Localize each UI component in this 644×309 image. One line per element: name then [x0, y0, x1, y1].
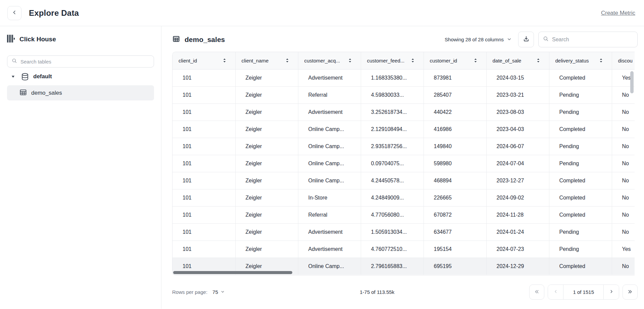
table-toolbar: Showing 28 of 28 columns — [443, 32, 638, 47]
table-cell: 195154 — [424, 240, 486, 258]
rows-per-page-label: Rows per page: — [172, 289, 207, 295]
tree-item-database[interactable]: default — [7, 72, 154, 81]
rows-per-page-value: 75 — [212, 289, 218, 295]
table-cell: 2023-12-27 — [486, 172, 549, 189]
table-grid-icon — [19, 88, 27, 98]
page-title: Explore Data — [29, 8, 79, 18]
column-header[interactable]: customer_id — [424, 52, 486, 69]
last-page-button[interactable] — [623, 284, 638, 300]
columns-summary: Showing 28 of 28 columns — [445, 37, 504, 42]
sort-icon[interactable] — [599, 58, 603, 63]
table-cell: 101 — [172, 69, 235, 86]
table-search-input[interactable] — [20, 59, 150, 64]
table-cell: Zeigler — [235, 223, 298, 240]
table-cell: 670872 — [424, 206, 486, 223]
data-table: client_id client_name customer_acq... cu… — [172, 52, 635, 275]
table-footer: Rows per page: 75 1-75 of 113.55k — [172, 275, 638, 309]
table-cell: 4.77056080... — [361, 206, 424, 223]
table-cell: Advertisement — [298, 69, 361, 86]
table-cell: Pending — [549, 103, 612, 121]
column-header[interactable]: discou — [612, 52, 635, 69]
columns-dropdown[interactable]: Showing 28 of 28 columns — [443, 37, 514, 43]
table-search — [7, 55, 154, 68]
create-metric-link[interactable]: Create Metric — [601, 10, 635, 16]
table-cell: 101 — [172, 121, 235, 138]
table-cell: Online Camp... — [298, 172, 361, 189]
table-cell: 2023-08-03 — [486, 103, 549, 121]
column-header[interactable]: client_name — [235, 52, 298, 69]
sort-icon[interactable] — [474, 58, 478, 63]
data-search-input[interactable] — [552, 37, 633, 43]
chevron-right-icon — [609, 289, 614, 295]
table-cell: 101 — [172, 138, 235, 155]
table-cell: 2024-12-29 — [486, 258, 549, 275]
rows-per-page-select[interactable]: 75 — [212, 289, 225, 295]
table-cell: 4.24849009... — [361, 189, 424, 206]
sort-icon[interactable] — [222, 58, 227, 63]
page-controls: 1 of 1515 — [548, 284, 619, 300]
table-cell: Zeigler — [235, 121, 298, 138]
table-cell: 4.24450578... — [361, 172, 424, 189]
table-cell: No — [612, 172, 635, 189]
table-cell: 2024-01-24 — [486, 223, 549, 240]
table-row[interactable]: 101ZeiglerOnline Camp...0.09704075...598… — [172, 155, 635, 172]
sort-icon[interactable] — [348, 58, 352, 63]
back-button[interactable] — [7, 6, 21, 20]
table-cell: Advertisement — [298, 103, 361, 121]
table-row[interactable]: 101ZeiglerAdvertisement3.252618734...440… — [172, 103, 635, 121]
sort-icon[interactable] — [411, 58, 415, 63]
column-header[interactable]: customer_acq... — [298, 52, 361, 69]
table-cell: Yes — [612, 240, 635, 258]
table-row[interactable]: 101ZeiglerReferral4.59830033...285407202… — [172, 86, 635, 103]
vertical-scrollbar-thumb[interactable] — [630, 71, 634, 93]
table-row[interactable]: 101ZeiglerAdvertisement4.760772510...195… — [172, 240, 635, 258]
table-cell: 0.09704075... — [361, 155, 424, 172]
sidebar-table-label: demo_sales — [31, 90, 62, 96]
table-cell: Completed — [549, 206, 612, 223]
table-row[interactable]: 101ZeiglerReferral4.77056080...670872202… — [172, 206, 635, 223]
table-row[interactable]: 101ZeiglerAdvertisement1.168335380...873… — [172, 69, 635, 86]
table-row[interactable]: 101ZeiglerIn-Store4.24849009...226665202… — [172, 189, 635, 206]
sort-icon[interactable] — [285, 58, 289, 63]
column-header[interactable]: customer_feed... — [361, 52, 424, 69]
table-title: demo_sales — [185, 36, 225, 44]
table-cell: Completed — [549, 121, 612, 138]
download-button[interactable] — [518, 32, 534, 47]
table-cell: 873981 — [424, 69, 486, 86]
first-page-button[interactable] — [529, 284, 544, 300]
chevron-left-icon — [11, 9, 17, 16]
table-row[interactable]: 101ZeiglerOnline Camp...2.935187256...14… — [172, 138, 635, 155]
table-cell: Zeigler — [235, 86, 298, 103]
results-table: client_id client_name customer_acq... cu… — [172, 52, 635, 275]
table-cell: 2024-11-28 — [486, 206, 549, 223]
table-cell: 2024-07-04 — [486, 155, 549, 172]
table-cell: 101 — [172, 240, 235, 258]
column-header[interactable]: delivery_status — [549, 52, 612, 69]
table-cell: 2023-04-03 — [486, 121, 549, 138]
double-chevron-left-icon — [534, 289, 540, 296]
table-cell: 2.796165883... — [361, 258, 424, 275]
table-cell: No — [612, 223, 635, 240]
table-cell: Referral — [298, 86, 361, 103]
sort-icon[interactable] — [536, 58, 540, 63]
rows-per-page: Rows per page: 75 — [172, 289, 225, 295]
chevron-down-icon — [507, 37, 512, 43]
caret-down-icon[interactable] — [11, 75, 15, 79]
horizontal-scrollbar-thumb[interactable] — [173, 271, 292, 274]
column-header[interactable]: client_id — [172, 52, 235, 69]
sidebar-item-demo-sales[interactable]: demo_sales — [7, 85, 154, 100]
table-row[interactable]: 101ZeiglerOnline Camp...4.24450578...468… — [172, 172, 635, 189]
column-header[interactable]: date_of_sale — [486, 52, 549, 69]
table-row[interactable]: 101ZeiglerOnline Camp...2.129108494...41… — [172, 121, 635, 138]
table-cell: 695195 — [424, 258, 486, 275]
table-cell: In-Store — [298, 189, 361, 206]
search-icon — [543, 36, 549, 43]
table-cell: 101 — [172, 103, 235, 121]
table-cell: Referral — [298, 206, 361, 223]
table-cell: 1.168335380... — [361, 69, 424, 86]
next-page-button[interactable] — [604, 285, 619, 299]
table-body: 101ZeiglerAdvertisement1.168335380...873… — [172, 69, 635, 275]
table-cell: Online Camp... — [298, 258, 361, 275]
table-row[interactable]: 101ZeiglerAdvertisement1.505913034...634… — [172, 223, 635, 240]
prev-page-button[interactable] — [548, 285, 563, 299]
